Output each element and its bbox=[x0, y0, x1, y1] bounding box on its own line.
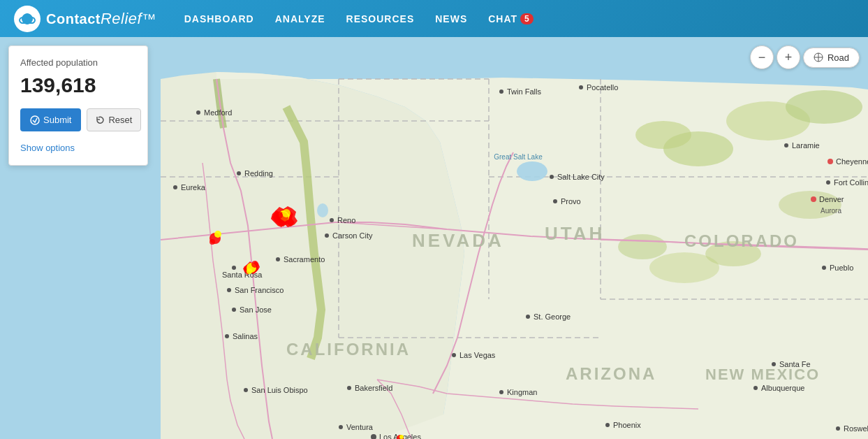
reset-button[interactable]: Reset bbox=[87, 108, 141, 131]
svg-point-19 bbox=[517, 161, 547, 181]
zoom-in-button[interactable]: + bbox=[777, 45, 800, 69]
main-content: NEVADA UTAH COLORADO CALIFORNIA ARIZONA … bbox=[0, 37, 868, 439]
svg-point-67 bbox=[244, 388, 248, 392]
svg-point-41 bbox=[330, 218, 334, 222]
svg-text:COLORADO: COLORADO bbox=[684, 231, 799, 250]
svg-text:San Luis Obispo: San Luis Obispo bbox=[251, 386, 308, 394]
svg-point-16 bbox=[618, 234, 667, 259]
svg-point-89 bbox=[836, 426, 840, 431]
svg-point-54 bbox=[811, 196, 816, 202]
svg-point-99 bbox=[209, 239, 215, 245]
zoom-out-button[interactable]: − bbox=[750, 45, 774, 69]
svg-point-102 bbox=[31, 116, 39, 124]
svg-text:San Francisco: San Francisco bbox=[235, 286, 284, 294]
svg-text:Santa Fe: Santa Fe bbox=[779, 360, 811, 368]
svg-text:Salinas: Salinas bbox=[233, 332, 258, 340]
svg-text:UTAH: UTAH bbox=[545, 223, 605, 244]
svg-point-50 bbox=[553, 199, 557, 203]
svg-point-33 bbox=[827, 159, 833, 164]
road-icon bbox=[814, 52, 823, 62]
svg-point-61 bbox=[227, 288, 231, 292]
svg-point-73 bbox=[526, 315, 530, 319]
svg-text:Ventura: Ventura bbox=[346, 423, 374, 431]
svg-text:Provo: Provo bbox=[561, 197, 581, 206]
svg-text:Reno: Reno bbox=[337, 216, 355, 224]
svg-text:ARIZONA: ARIZONA bbox=[566, 364, 656, 383]
svg-text:Eureka: Eureka bbox=[181, 183, 206, 192]
svg-text:Laramie: Laramie bbox=[792, 141, 820, 150]
svg-point-57 bbox=[822, 266, 826, 270]
svg-point-29 bbox=[579, 85, 583, 89]
svg-point-85 bbox=[753, 386, 758, 390]
svg-text:Carson City: Carson City bbox=[332, 231, 373, 240]
svg-point-87 bbox=[605, 423, 610, 427]
svg-point-65 bbox=[225, 334, 229, 338]
svg-point-69 bbox=[347, 386, 351, 390]
submit-icon bbox=[30, 115, 40, 125]
reset-icon bbox=[96, 115, 105, 124]
svg-point-27 bbox=[499, 89, 503, 94]
svg-point-83 bbox=[772, 362, 776, 366]
logo-area: ContactRelief™ bbox=[14, 6, 156, 32]
svg-text:Denver: Denver bbox=[819, 195, 844, 203]
svg-point-93 bbox=[276, 212, 283, 219]
map-type-button[interactable]: Road bbox=[803, 48, 860, 68]
svg-point-71 bbox=[452, 353, 456, 357]
svg-text:Aurora: Aurora bbox=[821, 207, 841, 215]
svg-point-48 bbox=[550, 175, 554, 179]
svg-point-20 bbox=[317, 203, 328, 217]
svg-point-59 bbox=[232, 266, 236, 270]
svg-text:St. George: St. George bbox=[534, 312, 571, 321]
nav-dashboard[interactable]: DASHBOARD bbox=[184, 10, 254, 27]
submit-button[interactable]: Submit bbox=[20, 108, 81, 131]
svg-text:Sacramento: Sacramento bbox=[284, 255, 325, 264]
svg-text:Las Vegas: Las Vegas bbox=[459, 351, 496, 359]
chat-badge: 5 bbox=[520, 13, 534, 24]
svg-text:San Jose: San Jose bbox=[240, 305, 272, 314]
svg-point-77 bbox=[339, 425, 343, 429]
svg-text:Bakersfield: Bakersfield bbox=[355, 384, 392, 392]
svg-point-31 bbox=[784, 143, 788, 147]
svg-text:Redding: Redding bbox=[244, 169, 273, 178]
nav-analyze[interactable]: ANALYZE bbox=[275, 10, 325, 27]
svg-point-35 bbox=[196, 110, 200, 115]
logo-text: ContactRelief™ bbox=[46, 10, 156, 28]
svg-text:Twin Falls: Twin Falls bbox=[507, 87, 541, 96]
svg-text:Phoenix: Phoenix bbox=[613, 421, 641, 429]
svg-point-14 bbox=[786, 90, 862, 124]
svg-point-63 bbox=[232, 308, 236, 312]
svg-text:NEVADA: NEVADA bbox=[412, 230, 504, 251]
svg-text:CALIFORNIA: CALIFORNIA bbox=[286, 340, 411, 359]
svg-point-52 bbox=[826, 180, 830, 185]
svg-text:Cheyenne: Cheyenne bbox=[836, 157, 868, 166]
svg-text:Medford: Medford bbox=[204, 108, 232, 117]
svg-point-101 bbox=[399, 435, 404, 439]
nav-news[interactable]: NEWS bbox=[435, 10, 467, 27]
map-controls: − + Road bbox=[750, 45, 860, 69]
svg-point-96 bbox=[247, 268, 252, 274]
nav-resources[interactable]: RESOURCES bbox=[346, 10, 415, 27]
main-nav: DASHBOARD ANALYZE RESOURCES NEWS CHAT 5 bbox=[184, 10, 854, 27]
nav-chat[interactable]: CHAT 5 bbox=[488, 10, 534, 27]
svg-point-37 bbox=[237, 171, 241, 175]
svg-point-39 bbox=[173, 185, 177, 189]
svg-text:Pueblo: Pueblo bbox=[830, 264, 853, 272]
svg-text:Great Salt Lake: Great Salt Lake bbox=[494, 153, 543, 161]
svg-text:Salt Lake City: Salt Lake City bbox=[557, 173, 605, 181]
svg-text:Kingman: Kingman bbox=[507, 388, 537, 396]
affected-count: 139,618 bbox=[20, 73, 136, 97]
sidebar-panel: Affected population 139,618 Submit Reset… bbox=[8, 45, 148, 166]
svg-text:Pocatello: Pocatello bbox=[587, 83, 618, 92]
svg-point-45 bbox=[276, 257, 280, 261]
svg-text:Santa Rosa: Santa Rosa bbox=[222, 271, 263, 279]
show-options-link[interactable]: Show options bbox=[20, 143, 75, 153]
nav-chat-label[interactable]: CHAT bbox=[488, 10, 517, 27]
svg-text:Fort Collins: Fort Collins bbox=[834, 178, 868, 187]
svg-text:Roswell: Roswell bbox=[844, 424, 868, 433]
affected-label: Affected population bbox=[20, 57, 136, 68]
button-row: Submit Reset bbox=[20, 108, 136, 131]
svg-point-95 bbox=[251, 261, 258, 268]
svg-point-43 bbox=[325, 233, 329, 238]
app-header: ContactRelief™ DASHBOARD ANALYZE RESOURC… bbox=[0, 0, 868, 37]
svg-point-12 bbox=[663, 131, 733, 166]
